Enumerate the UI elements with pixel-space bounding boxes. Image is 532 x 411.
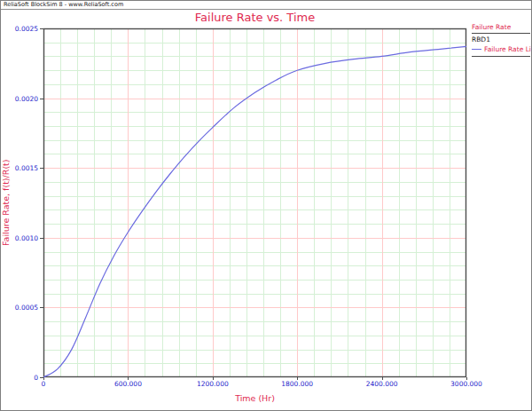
chart-canvas bbox=[1, 1, 532, 411]
y-axis-title: Failure Rate, f(t)/R(t) bbox=[1, 28, 13, 377]
legend: Failure Rate RBD1 Failure Rate Line bbox=[472, 23, 530, 59]
legend-series-row: Failure Rate Line bbox=[472, 45, 530, 55]
y-tick-label: 0.0005 bbox=[15, 304, 38, 312]
plot-window: ReliaSoft BlockSim 8 - www.ReliaSoft.com… bbox=[0, 0, 532, 411]
failure-rate-curve bbox=[43, 46, 466, 377]
y-tick-label: 0 bbox=[34, 374, 38, 382]
y-tick-label: 0.0025 bbox=[15, 25, 38, 33]
minor-gridlines bbox=[43, 28, 466, 377]
x-tick-label: 3000.000 bbox=[450, 380, 482, 388]
axis-tick-marks bbox=[40, 29, 467, 381]
series-line-swatch bbox=[472, 49, 481, 50]
legend-divider bbox=[472, 33, 530, 34]
x-tick-label: 1800.000 bbox=[281, 380, 313, 388]
y-tick-label: 0.0020 bbox=[15, 94, 38, 102]
y-tick-label: 0.0015 bbox=[15, 164, 38, 172]
legend-title: Failure Rate bbox=[472, 23, 530, 32]
x-tick-label: 2400.000 bbox=[366, 380, 398, 388]
plot-frame bbox=[44, 29, 466, 377]
major-gridlines bbox=[43, 28, 466, 377]
legend-divider bbox=[472, 56, 530, 57]
x-tick-label: 0 bbox=[42, 380, 46, 388]
legend-series-label: Failure Rate Line bbox=[484, 45, 532, 53]
x-tick-label: 1200.000 bbox=[197, 380, 229, 388]
y-tick-label: 0.0010 bbox=[15, 233, 38, 241]
x-axis-title: Time (Hr) bbox=[43, 393, 466, 403]
legend-group-label: RBD1 bbox=[472, 36, 530, 43]
x-tick-label: 600.000 bbox=[114, 380, 142, 388]
